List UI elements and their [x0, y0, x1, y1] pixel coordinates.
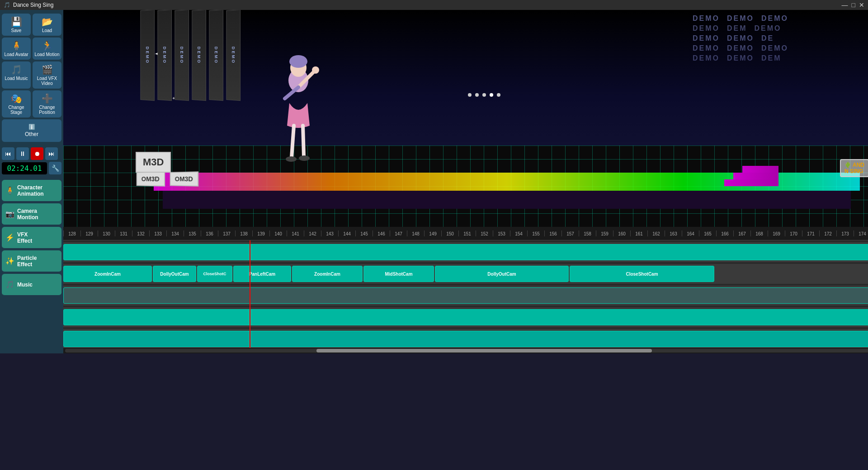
ruler-tick-160: 160 — [613, 230, 630, 236]
save-label: Save — [11, 28, 22, 33]
svg-point-4 — [312, 66, 319, 74]
stair-1 — [724, 179, 778, 186]
music-icon: 🎵 — [11, 64, 22, 75]
center-area: DEMO DEMO DEMO DEMO DEMO — [63, 10, 868, 470]
timeline-scrollbar[interactable] — [63, 348, 868, 353]
track-label-music[interactable]: 🎵 Music — [2, 274, 61, 296]
dot-2 — [475, 93, 479, 97]
settings-button[interactable]: 🔧 — [49, 162, 61, 174]
camera-clip-dollyout[interactable]: DollyOutCam — [153, 266, 196, 282]
transport-section: ⏮ ⏸ ⏺ ⏭ 02:24.01 🔧 — [2, 147, 61, 174]
timeline-tracks: ZoomInCam DollyOutCam CloseShotC PanLeft… — [63, 240, 868, 348]
forward-button[interactable]: ⏭ — [45, 147, 58, 160]
maximize-button[interactable]: □ — [852, 1, 855, 9]
svg-line-6 — [292, 126, 294, 157]
ruler-tick-135: 135 — [184, 230, 201, 236]
other-button[interactable]: ℹ️ Other — [2, 119, 61, 142]
playhead — [250, 240, 250, 348]
save-icon: 💾 — [11, 16, 22, 27]
track-camera-motion[interactable]: ZoomInCam DollyOutCam CloseShotC PanLeft… — [63, 264, 868, 284]
rewind-button[interactable]: ⏮ — [2, 147, 14, 160]
load-vfx-button[interactable]: 🎬 Load VFX Video — [33, 61, 61, 89]
load-music-button[interactable]: 🎵 Load Music — [2, 61, 31, 89]
ruler-tick-154: 154 — [510, 230, 527, 236]
demo-row-3: DEMODEMODE — [693, 34, 868, 42]
load-motion-button[interactable]: 🏃 Load Motion — [33, 38, 61, 60]
ruler-tick-161: 161 — [630, 230, 647, 236]
record-button[interactable]: ⏺ — [31, 147, 43, 160]
change-stage-button[interactable]: 🎭 Change Stage — [2, 90, 31, 118]
ruler-tick-149: 149 — [424, 230, 441, 236]
particle-clip-main[interactable] — [63, 309, 868, 325]
track-label-camera[interactable]: 📷 CameraMontion — [2, 203, 61, 225]
pause-button[interactable]: ⏸ — [16, 147, 29, 160]
svg-line-7 — [303, 126, 304, 156]
ruler-tick-157: 157 — [561, 230, 579, 236]
ruler-tick-163: 163 — [665, 230, 682, 236]
ruler-tick-148: 148 — [407, 230, 424, 236]
dot-3 — [482, 93, 486, 97]
scrollbar-thumb[interactable] — [316, 349, 652, 352]
track-music[interactable] — [63, 329, 868, 348]
ruler-tick-172: 172 — [819, 230, 836, 236]
camera-clip-zoomin-2[interactable]: ZoomInCam — [292, 266, 363, 282]
change-position-button[interactable]: ➕ Change Position — [33, 90, 61, 118]
minimize-button[interactable]: — — [842, 1, 848, 9]
vfx-clip[interactable] — [63, 287, 868, 304]
ruler-tick-159: 159 — [596, 230, 613, 236]
track-label-vfx[interactable]: ⚡ VFXEffect — [2, 227, 61, 249]
ruler-tick-137: 137 — [218, 230, 235, 236]
banner-text-3: DEMO — [179, 46, 184, 64]
demo-backdrop: DEMODEMODEMO DEMODEMDEMO DEMODEMODE DEMO… — [688, 10, 868, 146]
particle-track-label: ParticleEffect — [17, 255, 37, 268]
load-avatar-label: Load Avatar — [4, 52, 28, 57]
camera-track-icon: 📷 — [5, 210, 14, 218]
change-position-label: Change Position — [33, 105, 61, 115]
load-button[interactable]: 📂 Load — [33, 14, 61, 36]
camera-clip-panleft[interactable]: PanLeftCam — [233, 266, 291, 282]
load-avatar-button[interactable]: 🧍 Load Avatar — [2, 38, 31, 60]
banner-text-4: DEMO — [197, 46, 201, 64]
sidebar-row-other: ℹ️ Other — [2, 119, 61, 142]
scrollbar-track[interactable] — [65, 349, 868, 352]
character-track-icon: 🧍 — [5, 186, 14, 195]
camera-clip-dollyout-2[interactable]: DollyOutCam — [435, 266, 569, 282]
camera-clip-zoominCam-1[interactable]: ZoomInCam — [63, 266, 152, 282]
camera-clip-midshot[interactable]: MidShotCam — [363, 266, 434, 282]
sidebar-row-4: 🎭 Change Stage ➕ Change Position — [2, 90, 61, 118]
music-track-label: Music — [17, 282, 33, 288]
track-particle-effect[interactable] — [63, 307, 868, 327]
track-label-particle[interactable]: ✨ ParticleEffect — [2, 250, 61, 272]
sidebar-row-3: 🎵 Load Music 🎬 Load VFX Video — [2, 61, 61, 89]
character — [271, 53, 326, 182]
ruler-tick-155: 155 — [527, 230, 544, 236]
transport-row-1: ⏮ ⏸ ⏺ ⏭ — [2, 147, 61, 160]
stage-icon: 🎭 — [11, 93, 22, 104]
camera-clip-closeshot[interactable]: CloseShotC — [197, 266, 232, 282]
camera-clip-closeshot-2[interactable]: CloseShotCam — [570, 266, 714, 282]
track-vfx-effect[interactable] — [63, 286, 868, 306]
ruler-tick-147: 147 — [390, 230, 407, 236]
motion-icon: 🏃 — [42, 40, 53, 51]
ruler-tick-132: 132 — [132, 230, 149, 236]
app-window: 🎵 Dance Sing Sing — □ ✕ 💾 Save 📂 Load — [0, 0, 868, 470]
character-animation-clip[interactable] — [63, 244, 868, 260]
save-button[interactable]: 💾 Save — [2, 14, 31, 36]
track-label-character[interactable]: 🧍 CharacterAnimation — [2, 180, 61, 202]
close-button[interactable]: ✕ — [859, 1, 864, 9]
track-character-animation[interactable] — [63, 242, 868, 262]
ruler-tick-152: 152 — [476, 230, 493, 236]
track-labels-section: 🧍 CharacterAnimation 📷 CameraMontion ⚡ V… — [2, 180, 61, 296]
banner-text-2: DEMO — [162, 46, 167, 64]
ruler-tick-164: 164 — [682, 230, 699, 236]
sign-boxes: OM3D OM3D — [136, 172, 198, 186]
stair-2 — [733, 173, 778, 179]
music-clip[interactable] — [63, 331, 868, 347]
viewport-bg: DEMO DEMO DEMO DEMO DEMO — [63, 10, 868, 227]
svg-point-9 — [299, 155, 310, 161]
demo-row-1: DEMODEMODEMO — [693, 14, 868, 23]
demo-row-4: DEMODEMODEMO — [693, 44, 868, 52]
ruler-tick-150: 150 — [441, 230, 458, 236]
ruler-tick-173: 173 — [836, 230, 854, 236]
ruler-tick-143: 143 — [321, 230, 338, 236]
